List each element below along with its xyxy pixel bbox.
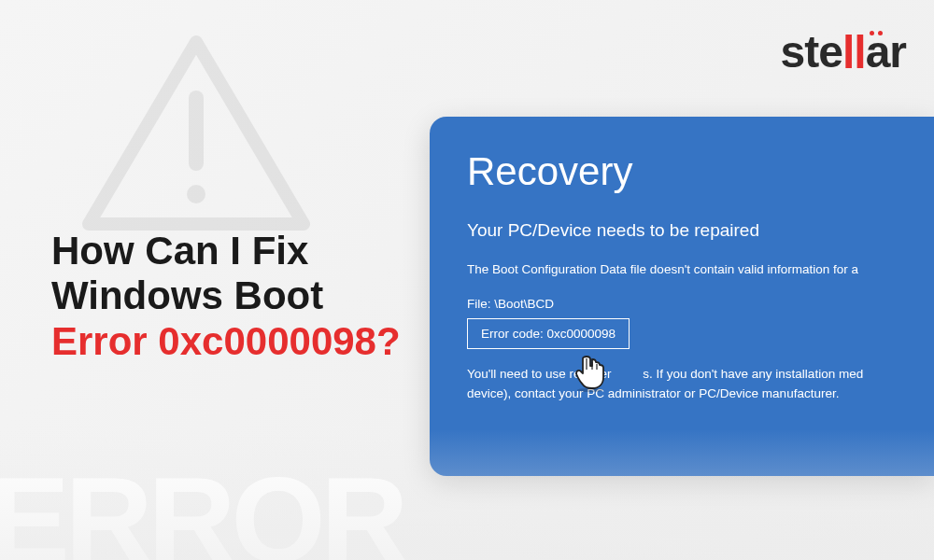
stellar-logo: stellar <box>781 26 906 77</box>
headline-line1: How Can I Fix <box>51 229 401 273</box>
recovery-footer-text: You'll need to use recoverxxxxxs. If you… <box>467 364 906 404</box>
recovery-description: The Boot Configuration Data file doesn't… <box>467 259 906 280</box>
logo-dots <box>870 31 883 35</box>
recovery-title: Recovery <box>467 149 906 194</box>
page-headline: How Can I Fix Windows Boot Error 0xc0000… <box>51 229 401 364</box>
recovery-screen-panel: Recovery Your PC/Device needs to be repa… <box>430 117 934 476</box>
gradient-overlay <box>0 429 934 560</box>
headline-error-code: Error 0xc0000098? <box>51 319 401 364</box>
logo-text-part1: ste <box>781 27 842 77</box>
headline-line2: Windows Boot <box>51 273 401 318</box>
recovery-file-path: File: \Boot\BCD <box>467 297 906 311</box>
footer-part3: device), contact your PC administrator o… <box>467 386 839 400</box>
logo-text-part2: ll <box>842 25 866 79</box>
recovery-subtitle: Your PC/Device needs to be repaired <box>467 220 906 241</box>
footer-part2: s. If you don't have any installation me… <box>643 367 863 381</box>
error-code-highlight-box[interactable]: Error code: 0xc0000098 <box>467 318 630 349</box>
warning-triangle-icon <box>75 28 318 243</box>
svg-point-1 <box>187 185 205 203</box>
svg-point-5 <box>577 388 603 392</box>
cursor-pointer-icon <box>570 351 611 392</box>
